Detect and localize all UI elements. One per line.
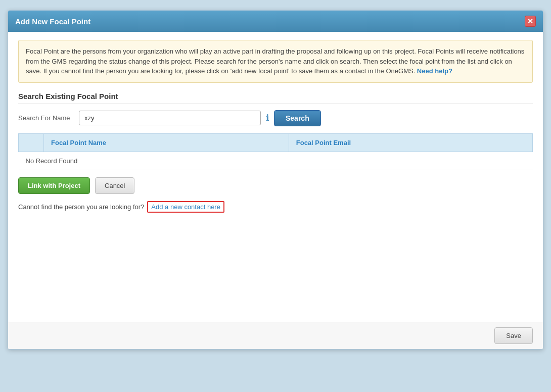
- modal-header: Add New Focal Point ✕: [8, 11, 543, 32]
- table-col-email: Focal Point Email: [289, 133, 532, 152]
- modal-footer: Save: [8, 322, 543, 349]
- search-row: Search For Name ℹ Search: [18, 110, 533, 126]
- no-record-text: No Record Found: [26, 157, 78, 165]
- search-button[interactable]: Search: [274, 110, 321, 126]
- search-label: Search For Name: [18, 114, 74, 122]
- cannot-find-text: Cannot find the person you are looking f…: [18, 203, 144, 211]
- results-table: Focal Point Name Focal Point Email No Re…: [18, 133, 533, 170]
- info-icon[interactable]: ℹ: [266, 113, 269, 123]
- add-contact-link[interactable]: Add a new contact here: [147, 201, 224, 213]
- modal-container: Add New Focal Point ✕ Focal Point are th…: [8, 10, 543, 350]
- table-header: Focal Point Name Focal Point Email: [19, 133, 533, 152]
- modal-title: Add New Focal Point: [15, 17, 90, 26]
- table-header-row: Focal Point Name Focal Point Email: [19, 133, 533, 152]
- modal-body: Focal Point are the persons from your or…: [8, 32, 543, 322]
- search-input[interactable]: [79, 111, 261, 125]
- table-col-name: Focal Point Name: [44, 133, 289, 152]
- table-col-checkbox: [19, 133, 44, 152]
- need-help-link[interactable]: Need help?: [417, 67, 452, 75]
- cannot-find-row: Cannot find the person you are looking f…: [18, 201, 533, 213]
- close-button[interactable]: ✕: [525, 16, 536, 27]
- section-title: Search Existing Focal Point: [18, 92, 533, 104]
- save-button[interactable]: Save: [494, 327, 533, 344]
- cancel-button[interactable]: Cancel: [95, 177, 134, 194]
- info-box: Focal Point are the persons from your or…: [18, 40, 533, 83]
- table-row: No Record Found: [19, 152, 533, 170]
- action-row: Link with Project Cancel: [18, 177, 533, 194]
- no-record-cell: No Record Found: [19, 152, 533, 170]
- link-project-button[interactable]: Link with Project: [18, 177, 90, 194]
- content-spacer: [18, 223, 533, 314]
- table-body: No Record Found: [19, 152, 533, 170]
